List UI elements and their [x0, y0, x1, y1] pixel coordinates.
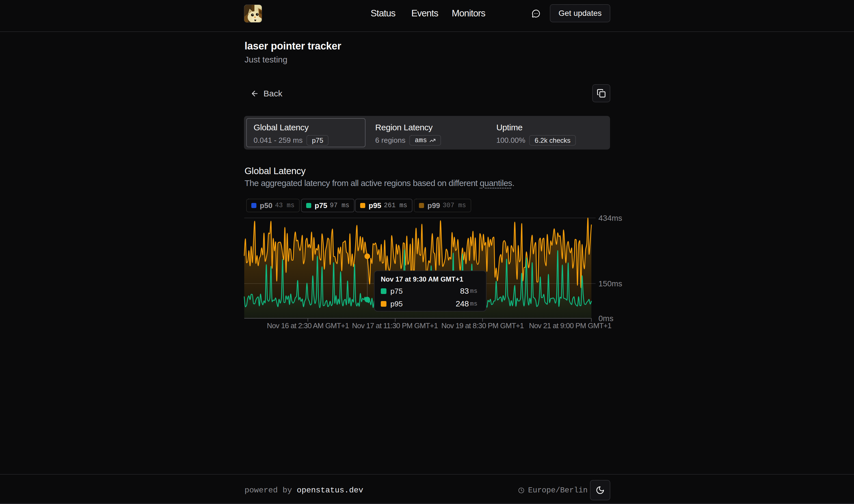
svg-text:Nov 16 at 2:30 AM GMT+1: Nov 16 at 2:30 AM GMT+1	[267, 321, 349, 330]
svg-text:150ms: 150ms	[598, 279, 622, 288]
svg-text:Nov 21 at 9:00 PM GMT+1: Nov 21 at 9:00 PM GMT+1	[529, 321, 612, 330]
svg-text:Nov 19 at 8:30 PM GMT+1: Nov 19 at 8:30 PM GMT+1	[441, 321, 524, 330]
svg-text:434ms: 434ms	[598, 214, 622, 222]
svg-text:Nov 17 at 11:30 PM GMT+1: Nov 17 at 11:30 PM GMT+1	[352, 321, 438, 330]
